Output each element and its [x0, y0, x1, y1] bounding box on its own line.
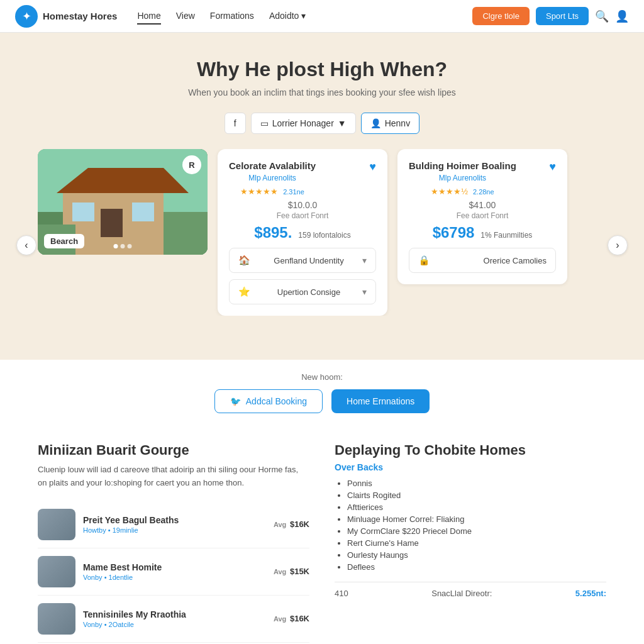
carousel-right-arrow[interactable]: ›: [608, 235, 628, 255]
listing-title-2: Bulding Hoimer Boaling: [409, 160, 516, 171]
lower-content: Miniizan Buarit Gourge Cluenip louw will…: [0, 442, 644, 644]
price-count-1: 159 lofontaloics: [298, 231, 350, 240]
user-button[interactable]: 👤: [615, 9, 629, 23]
listing-thumb-2: [38, 556, 75, 587]
listing-stars-2: ★★★★½ 2.28ne: [409, 186, 516, 196]
bullet-6: Rert Ciurne's Hame: [347, 538, 606, 548]
heart-icon-2[interactable]: ♥: [549, 160, 556, 174]
svg-rect-5: [72, 203, 94, 221]
nav-home[interactable]: Home: [137, 8, 160, 25]
price-row-2: $6798 1% Faunmilties: [409, 224, 556, 242]
dot-1: [114, 244, 118, 248]
item-name-3: Tennisiniles My Rraothia: [83, 609, 266, 619]
house-photo-card: R Bearch: [38, 149, 208, 255]
lower-left: Miniizan Buarit Gourge Cluenip louw will…: [38, 442, 309, 643]
thumb-img-1: [38, 509, 75, 540]
new-home-section: New hoom: 🐦 Addcal Booking Home Ernnatio…: [0, 360, 644, 442]
field3-label: Hennv: [385, 118, 410, 128]
orange-button[interactable]: Clgre tlole: [472, 7, 530, 25]
field2-arrow: ▼: [338, 118, 347, 128]
search-field-1[interactable]: f: [225, 113, 246, 134]
hero-search-bar: f ▭ Lorrier Honager ▼ 👤 Hennv: [13, 113, 631, 134]
dropdown-row-1[interactable]: 🏠 Genfland Undentity ▾: [229, 248, 376, 273]
stat-num: 410: [335, 589, 348, 598]
price-label-2: Fee daort Fonrt: [409, 211, 556, 220]
bullet-3: Afttierices: [347, 502, 606, 512]
dropdown-row-2[interactable]: ⭐ Upertion Consige ▾: [229, 279, 376, 304]
price-main-1: $895.: [254, 224, 292, 241]
addcal-booking-button[interactable]: 🐦 Addcal Booking: [214, 389, 323, 413]
chevron-down-2: ▾: [362, 287, 367, 297]
review-count-2: 2.28ne: [473, 188, 494, 196]
carousel-left-arrow[interactable]: ‹: [16, 235, 36, 255]
item-meta-1: Howtby • 19minlie: [83, 526, 266, 534]
hero-section: Why He plost High When? When you book an…: [0, 33, 644, 360]
blue-button[interactable]: Sport Lts: [536, 7, 589, 25]
listing-title-group: Celorate Avalability Mlp Aurenolits ★★★★…: [229, 160, 316, 196]
price-row-1: $895. 159 lofontaloics: [229, 224, 376, 242]
home-ernnations-button[interactable]: Home Ernnations: [331, 389, 430, 413]
item-price-2: Avg $15K: [274, 567, 309, 576]
dot-2: [121, 244, 125, 248]
listing-subtitle-2: Mlp Aurenolits: [409, 174, 516, 182]
review-count-1: 2.31ne: [283, 188, 304, 196]
right-title: Deplaying To Chobite Homes: [335, 442, 606, 458]
carousel-dots: [114, 244, 132, 248]
logo: ✦ Homestay Hores: [15, 5, 117, 28]
twitter-icon: 🐦: [230, 396, 241, 406]
svg-rect-4: [101, 209, 123, 237]
addcal-label: Addcal Booking: [246, 396, 307, 406]
dropdown-row-3[interactable]: 🔒 Orerice Camolies: [409, 248, 556, 273]
price-strike-2: $41.00: [409, 200, 556, 210]
field3-icon: 👤: [370, 118, 381, 128]
listing-item-2: Mame Best Homite Vonby • 1dentlie Avg $1…: [38, 548, 309, 596]
stat-label: SnacLlal Direotr:: [431, 589, 492, 598]
item-meta-3: Vonby • 2Oatcile: [83, 621, 266, 628]
dropdown1-icon-1: 🏠: [238, 255, 250, 266]
price-strike-1: $10.0.0: [229, 200, 376, 210]
price-main-2: $6798: [433, 224, 475, 241]
field2-label: Lorrier Honager: [272, 118, 334, 128]
search-f-label: f: [234, 118, 236, 128]
logo-text: Homestay Hores: [43, 11, 117, 21]
nav-view[interactable]: View: [176, 8, 195, 25]
nav-actions: Clgre tlole Sport Lts 🔍 👤: [472, 7, 629, 25]
nav-adoidto[interactable]: Adoidto ▾: [269, 8, 306, 25]
item-price-3: Avg $16K: [274, 614, 309, 623]
item-name-2: Mame Best Homite: [83, 562, 266, 572]
dropdown1-label-1: Genfland Undentity: [274, 256, 343, 265]
svg-rect-6: [132, 203, 154, 221]
cards-container: R Bearch Celorate Avalability Mlp Aureno…: [13, 149, 631, 316]
left-section-title: Miniizan Buarit Gourge: [38, 442, 309, 458]
bullet-list: Ponnis Clairts Rogited Afttierices Minlu…: [335, 479, 606, 572]
field2-icon: ▭: [260, 118, 269, 128]
listing-card-1: Celorate Avalability Mlp Aurenolits ★★★★…: [218, 149, 387, 316]
stars-1: ★★★★★: [240, 187, 278, 196]
bullet-2: Clairts Rogited: [347, 491, 606, 500]
stars-2: ★★★★½: [431, 187, 468, 196]
stat-val: 5.255nt:: [575, 589, 606, 598]
listing-subtitle-1: Mlp Aurenolits: [229, 174, 316, 182]
right-subtitle: Over Backs: [335, 462, 606, 472]
action-buttons: 🐦 Addcal Booking Home Ernnations: [0, 389, 644, 413]
listing-title-1: Celorate Avalability: [229, 160, 316, 171]
bullet-1: Ponnis: [347, 479, 606, 488]
search-button[interactable]: 🔍: [595, 9, 609, 23]
nav-formations[interactable]: Formations: [210, 8, 254, 25]
search-field-2[interactable]: ▭ Lorrier Honager ▼: [251, 113, 356, 134]
bullet-4: Minluage Homer Correl: Fliaking: [347, 514, 606, 524]
search-field-3[interactable]: 👤 Hennv: [361, 113, 419, 134]
heart-icon-1[interactable]: ♥: [369, 160, 376, 174]
bullet-5: My CormClare $220 Priecel Dome: [347, 526, 606, 536]
nav-links: Home View Formations Adoidto ▾: [137, 8, 472, 25]
listing-thumb-3: [38, 603, 75, 635]
listing-item-3: Tennisiniles My Rraothia Vonby • 2Oatcil…: [38, 596, 309, 643]
logo-icon: ✦: [15, 5, 38, 28]
house-badge: R: [182, 155, 201, 174]
cards-area: ‹: [13, 149, 631, 341]
listing-info-3: Tennisiniles My Rraothia Vonby • 2Oatcil…: [83, 609, 266, 628]
lock-icon: 🔒: [418, 255, 430, 266]
listing-header-1: Celorate Avalability Mlp Aurenolits ★★★★…: [229, 160, 376, 196]
dot-3: [128, 244, 132, 248]
navbar: ✦ Homestay Hores Home View Formations Ad…: [0, 0, 644, 33]
